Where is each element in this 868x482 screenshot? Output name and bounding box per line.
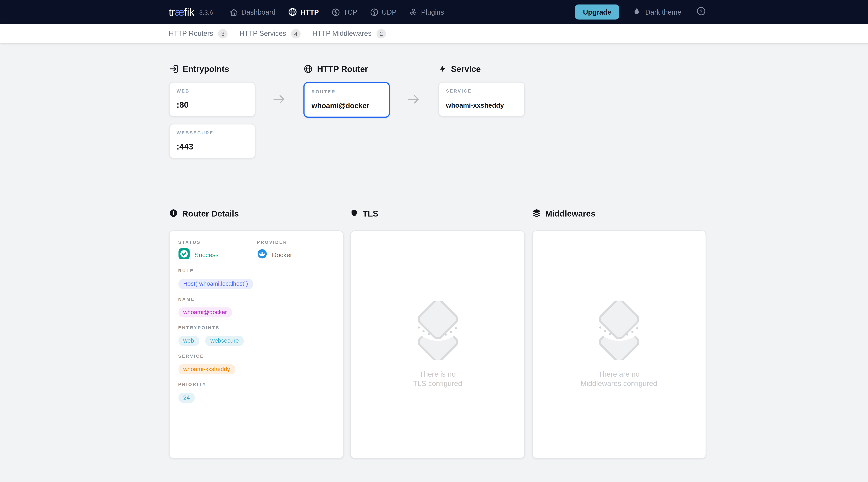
details-section: Router Details TLS Middlewares bbox=[169, 206, 706, 458]
tab-label: HTTP Services bbox=[239, 30, 286, 37]
tab-http-services[interactable]: HTTP Services 4 bbox=[239, 29, 301, 38]
router-card[interactable]: ROUTER whoami@docker bbox=[303, 82, 390, 118]
nav-item-plugins[interactable]: Plugins bbox=[409, 7, 444, 16]
nav-label: TCP bbox=[343, 8, 357, 16]
card-value: whoami-xxsheddy bbox=[446, 101, 517, 110]
card-value: :80 bbox=[177, 100, 247, 110]
flow-arrow-icon bbox=[390, 82, 438, 117]
globe-icon bbox=[288, 7, 297, 17]
service-heading: Service bbox=[438, 62, 525, 76]
card-value: :443 bbox=[177, 142, 247, 151]
entrypoint-pill-web: web bbox=[178, 336, 199, 346]
flow-arrow-icon bbox=[255, 82, 303, 117]
nav-item-http[interactable]: HTTP bbox=[288, 7, 319, 17]
dark-theme-toggle[interactable]: Dark theme bbox=[632, 7, 681, 17]
card-label: WEBSECURE bbox=[177, 130, 247, 135]
card-value: whoami@docker bbox=[311, 101, 381, 110]
name-label: NAME bbox=[178, 297, 334, 302]
empty-layers-illustration bbox=[592, 301, 646, 362]
sub-nav-tab-bar: HTTP Routers 3 HTTP Services 4 HTTP Midd… bbox=[0, 24, 868, 43]
entrypoint-card-websecure[interactable]: WEBSECURE :443 bbox=[169, 124, 255, 158]
tab-http-middlewares[interactable]: HTTP Middlewares 2 bbox=[312, 29, 386, 38]
service-title: Service bbox=[451, 64, 481, 73]
service-label: SERVICE bbox=[178, 354, 334, 359]
tab-count-badge: 2 bbox=[376, 29, 386, 38]
help-button[interactable]: ? bbox=[696, 6, 706, 18]
logo-text-suffix: fik bbox=[184, 6, 194, 18]
droplet-icon bbox=[632, 7, 641, 17]
help-icon: ? bbox=[696, 6, 706, 18]
rule-value-pill: Host(`whoami.localhost`) bbox=[178, 279, 253, 289]
svg-text:?: ? bbox=[700, 8, 702, 14]
nav-item-dashboard[interactable]: Dashboard bbox=[229, 7, 276, 16]
middlewares-title: Middlewares bbox=[545, 208, 595, 218]
nav-item-tcp[interactable]: TCP bbox=[331, 7, 357, 16]
layers-icon bbox=[532, 209, 541, 217]
router-pipeline: Entrypoints HTTP Router Service WEB :80 bbox=[169, 62, 706, 158]
status-value: Success bbox=[194, 251, 219, 259]
empty-layers-illustration bbox=[411, 301, 464, 362]
priority-value-pill: 24 bbox=[178, 393, 195, 403]
name-value-pill: whoami@docker bbox=[178, 307, 232, 318]
provider-label: PROVIDER bbox=[257, 240, 292, 245]
logo-text-prefix: tr bbox=[169, 6, 175, 18]
service-value-pill: whoami-xxsheddy bbox=[178, 364, 235, 374]
middlewares-card: There are no Middlewares configured bbox=[532, 231, 706, 458]
tab-count-badge: 4 bbox=[291, 29, 301, 38]
router-details-title: Router Details bbox=[182, 208, 239, 218]
shield-icon bbox=[350, 209, 358, 217]
tab-label: HTTP Routers bbox=[169, 30, 213, 37]
card-label: WEB bbox=[177, 89, 247, 94]
tab-count-badge: 3 bbox=[218, 29, 228, 38]
http-router-heading: HTTP Router bbox=[303, 62, 390, 76]
app-header: træfik 3.3.6 Dashboard HTTP bbox=[0, 0, 868, 24]
tab-http-routers[interactable]: HTTP Routers 3 bbox=[169, 29, 227, 38]
nav-item-udp[interactable]: UDP bbox=[370, 7, 397, 16]
page: træfik 3.3.6 Dashboard HTTP bbox=[0, 0, 868, 482]
card-label: SERVICE bbox=[446, 89, 517, 94]
tab-label: HTTP Middlewares bbox=[312, 30, 372, 37]
router-details-card: STATUS Success PROVIDER bbox=[169, 231, 343, 458]
dark-theme-label: Dark theme bbox=[645, 8, 681, 16]
globe-icon bbox=[303, 64, 313, 73]
tcp-icon bbox=[331, 7, 340, 16]
http-router-title: HTTP Router bbox=[317, 64, 368, 73]
main-nav: Dashboard HTTP TCP bbox=[229, 7, 444, 17]
router-details-heading: Router Details bbox=[169, 206, 343, 220]
service-card[interactable]: SERVICE whoami-xxsheddy bbox=[438, 82, 525, 117]
tls-empty-message: There is no TLS configured bbox=[413, 370, 462, 388]
middlewares-empty-message: There are no Middlewares configured bbox=[581, 370, 657, 388]
entrypoints-title: Entrypoints bbox=[183, 64, 229, 73]
docker-icon bbox=[257, 249, 267, 261]
logo-ae-ligature: æ bbox=[175, 6, 184, 18]
upgrade-button[interactable]: Upgrade bbox=[575, 4, 619, 20]
entrypoints-label: ENTRYPOINTS bbox=[178, 325, 334, 330]
priority-label: PRIORITY bbox=[178, 382, 334, 387]
rule-label: RULE bbox=[178, 268, 334, 273]
tls-heading: TLS bbox=[350, 206, 525, 220]
provider-value: Docker bbox=[272, 251, 292, 259]
entrypoint-card-web[interactable]: WEB :80 bbox=[169, 82, 255, 117]
nav-label: UDP bbox=[382, 8, 397, 16]
status-label: STATUS bbox=[178, 240, 257, 245]
middlewares-heading: Middlewares bbox=[532, 206, 706, 220]
version-label: 3.3.6 bbox=[199, 9, 213, 16]
card-label: ROUTER bbox=[311, 89, 381, 94]
plugins-icon bbox=[409, 7, 418, 16]
nav-label: Plugins bbox=[421, 8, 444, 16]
lightning-icon bbox=[438, 64, 446, 73]
entrypoint-pill-websecure: websecure bbox=[205, 336, 244, 346]
traefik-logo[interactable]: træfik bbox=[169, 6, 194, 18]
success-check-icon bbox=[178, 248, 189, 262]
info-icon bbox=[169, 209, 178, 217]
nav-label: Dashboard bbox=[241, 8, 275, 16]
nav-label: HTTP bbox=[301, 8, 319, 16]
udp-icon bbox=[370, 7, 378, 16]
tls-card: There is no TLS configured bbox=[350, 231, 525, 458]
home-icon bbox=[229, 7, 238, 16]
tls-title: TLS bbox=[363, 208, 378, 218]
entrypoints-heading: Entrypoints bbox=[169, 62, 255, 76]
login-arrow-icon bbox=[169, 64, 178, 73]
